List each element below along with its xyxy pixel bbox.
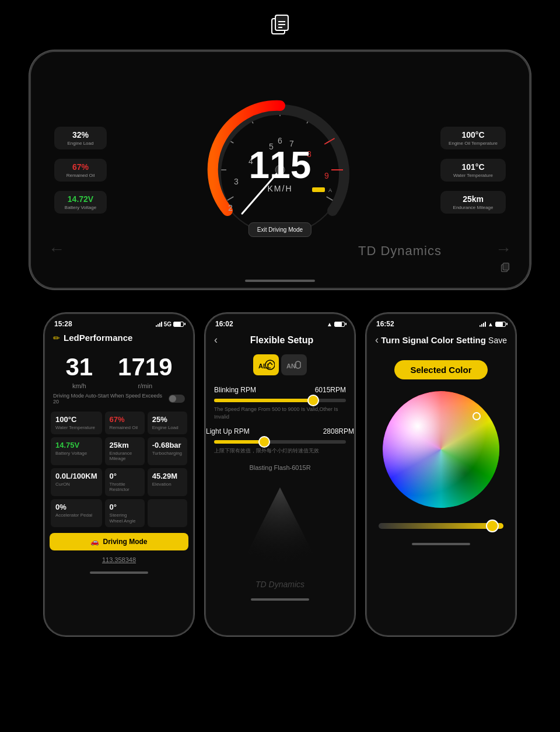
phone3-home-bar	[367, 538, 515, 549]
remained-oil-metric: 67% Remained Oil	[54, 159, 107, 182]
light-rpm-slider[interactable]	[214, 440, 346, 444]
nav-arrow-right[interactable]: →	[495, 240, 512, 259]
save-button[interactable]: Save	[488, 336, 507, 345]
flash-label: Blasting Flash-6015R	[206, 459, 354, 476]
light-rpm-value: 2808RPM	[323, 427, 354, 435]
phone3-inner: 16:52 ▲ ‹ Turn Signal Colo	[367, 314, 515, 635]
phone1-title: LedPerformance	[64, 333, 132, 343]
signal-bar2	[158, 324, 159, 327]
grid-empty	[148, 499, 187, 527]
driving-mode-button[interactable]: 🚗 Driving Mode	[50, 533, 188, 550]
phone3-status-bar: 16:52 ▲	[367, 314, 515, 330]
exit-driving-mode-button[interactable]: Exit Driving Mode	[249, 222, 312, 237]
signal-bar3	[159, 323, 160, 327]
remained-oil-label: Remained Oil	[62, 173, 99, 178]
endurance-lbl: Endurance Mileage	[110, 451, 140, 462]
engine-load-lbl: Engine Load	[152, 425, 183, 431]
mode-rn-icon[interactable]: AN	[281, 354, 307, 375]
nav-arrow-left[interactable]: ←	[48, 240, 65, 259]
water-temp-label: Water Temperature	[449, 173, 498, 178]
selected-color-label: Selected Color	[394, 360, 488, 379]
grid-battery-v: 14.75V Battery Voltage	[51, 437, 102, 465]
grid-water-temp: 100°C Water Temperature	[51, 412, 102, 434]
phone1-big-metrics: 31 km/h 1719 r/min	[45, 347, 193, 389]
battery-voltage-metric: 14.72V Battery Voltage	[54, 191, 107, 214]
grid-steering: 0° Steering Wheel Angle	[105, 499, 145, 527]
phone1-speed-num: 31	[65, 353, 93, 381]
brightness-thumb[interactable]	[486, 520, 499, 532]
engine-load-label: Engine Load	[62, 141, 99, 146]
phone3-time: 16:52	[376, 320, 394, 328]
phone1-time: 15:28	[54, 320, 72, 328]
blink-rpm-value: 6015RPM	[315, 386, 346, 394]
phone3-battery	[495, 322, 506, 327]
signal-bar1	[156, 325, 157, 327]
grid-elevation: 45.29M Elevation	[148, 468, 187, 496]
steering-val: 0°	[110, 503, 140, 511]
accel-lbl: Accelerator Pedal	[55, 513, 97, 518]
phone1-toggle-label: Driving Mode Auto-Start When Speed Excee…	[53, 393, 169, 405]
grid-endurance: 25km Endurance Mileage	[105, 437, 145, 465]
svg-text:9: 9	[324, 171, 329, 180]
water-temp-val: 100°C	[55, 415, 97, 424]
svg-rect-1	[275, 15, 288, 30]
phone3-header: ‹ Turn Signal Color Setting Save	[367, 330, 515, 350]
battery-fill	[174, 322, 181, 326]
blink-rpm-slider[interactable]	[214, 399, 346, 402]
grid-accel: 0% Accelerator Pedal	[51, 499, 102, 527]
phone1-led-performance: 15:28 5G ✏ LedPerformance	[44, 313, 194, 636]
water-temp-value: 101°C	[449, 162, 498, 172]
grid-remained-oil: 67% Remained Oil	[105, 412, 145, 434]
light-slider-fill	[214, 440, 264, 444]
pencil-icon: ✏	[53, 333, 60, 343]
phone1-rpm-num: 1719	[118, 353, 172, 381]
engine-oil-temp-value: 100°C	[449, 130, 498, 140]
battery-fill3	[496, 322, 503, 326]
engine-oil-temp-label: Engine Oil Temperature	[449, 141, 498, 146]
mode-icons: ALL AN	[206, 350, 354, 380]
color-wheel[interactable]	[383, 391, 499, 508]
screenshot-icon[interactable]	[499, 261, 512, 276]
phone1-header: ✏ LedPerformance	[45, 330, 193, 347]
phone1-home-bar	[45, 567, 193, 577]
light-hint-text: 上限下限有效值，限外每个小灯的转速值无效	[206, 446, 354, 459]
phone3-signal	[480, 321, 486, 327]
color-wheel-container[interactable]	[367, 385, 515, 514]
engine-load-val: 25%	[152, 415, 183, 424]
elevation-lbl: Elevation	[152, 482, 183, 487]
phone1-speed-unit: km/h	[65, 382, 93, 389]
app-icon	[0, 0, 560, 44]
watermark-text: TD Dynamics	[358, 243, 442, 259]
light-rpm-label: Light Up RPM	[206, 427, 250, 435]
blink-slider-thumb[interactable]	[307, 395, 319, 406]
phone1-network: 5G	[164, 321, 172, 327]
light-slider-thumb[interactable]	[258, 436, 270, 448]
elevation-val: 45.29M	[152, 472, 183, 480]
speedometer-container: 2 3 4 5 6 7 8 9 A	[204, 94, 356, 246]
brightness-slider[interactable]	[379, 523, 503, 529]
battery-voltage-value: 14.72V	[62, 194, 99, 204]
phone3-status-icons: ▲	[480, 321, 506, 327]
phone1-status-bar: 15:28 5G	[45, 314, 193, 330]
driving-icon: 🚗	[90, 538, 99, 546]
phone2-watermark: TD Dynamics	[206, 575, 354, 594]
phone1-inner: 15:28 5G ✏ LedPerformance	[45, 314, 193, 635]
phone2-status-bar: 16:02 ▲	[206, 314, 354, 330]
mode-all-icon[interactable]: ALL	[253, 354, 279, 375]
phone2-title: Flexible Setup	[218, 335, 346, 346]
svg-text:A: A	[328, 187, 332, 193]
blink-hint-text: The Speed Range From 500 to 9000 Is Vali…	[206, 405, 354, 425]
phone2-inner: 16:02 ▲ ‹ Flexible Setup ALL	[206, 314, 354, 635]
battery-fill2	[335, 322, 342, 326]
phone1-status-icons: 5G	[156, 321, 184, 327]
phone1-toggle-switch[interactable]	[169, 395, 185, 403]
grid-throttle: 0° Throttle Restrictor	[105, 468, 145, 496]
phone2-battery	[334, 322, 345, 327]
engine-oil-temp-metric: 100°C Engine Oil Temperature	[440, 127, 506, 149]
home-bar-line2	[251, 598, 309, 601]
signal-bar4	[161, 322, 162, 327]
turbo-val: -0.68bar	[152, 441, 183, 449]
color-wheel-cursor[interactable]	[473, 412, 481, 420]
speed-display: 115 KM/H	[249, 147, 312, 193]
phone2-home-bar	[206, 594, 354, 604]
